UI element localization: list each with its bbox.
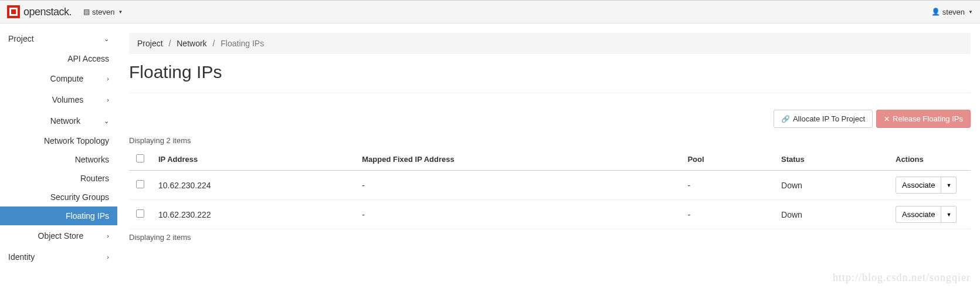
sidebar-item-network-topology[interactable]: Network Topology xyxy=(0,131,117,150)
associate-button[interactable]: Associate xyxy=(896,206,941,223)
chevron-down-icon: ▼ xyxy=(946,182,951,188)
breadcrumb-separator: / xyxy=(168,39,171,48)
sidebar-item-label: Volumes xyxy=(8,95,83,104)
project-selector[interactable]: ▤ steven ▼ xyxy=(83,8,123,16)
sidebar: Project ⌄ API Access Compute › Volumes ›… xyxy=(0,23,117,267)
header-pool[interactable]: Pool xyxy=(680,148,774,171)
header-ip[interactable]: IP Address xyxy=(151,148,355,171)
brand-logo[interactable]: openstack. xyxy=(7,5,72,18)
chevron-right-icon: › xyxy=(107,75,109,82)
row-action-split-button: Associate ▼ xyxy=(896,177,957,194)
chevron-down-icon: ▼ xyxy=(946,212,951,218)
allocate-ip-button[interactable]: 🔗 Allocate IP To Project xyxy=(774,110,873,128)
header-status[interactable]: Status xyxy=(774,148,889,171)
sidebar-item-volumes[interactable]: Volumes › xyxy=(0,89,117,110)
sidebar-item-api-access[interactable]: API Access xyxy=(0,49,117,68)
cell-pool: - xyxy=(680,171,774,200)
sidebar-item-compute[interactable]: Compute › xyxy=(0,68,117,89)
chevron-down-icon: ▼ xyxy=(968,9,973,15)
row-action-split-button: Associate ▼ xyxy=(896,206,957,223)
project-selector-label: steven xyxy=(92,8,114,16)
header-mapped[interactable]: Mapped Fixed IP Address xyxy=(355,148,680,171)
associate-button[interactable]: Associate xyxy=(896,177,941,194)
chevron-right-icon: › xyxy=(107,232,109,239)
header-actions: Actions xyxy=(889,148,971,171)
page-title: Floating IPs xyxy=(129,62,971,82)
sidebar-item-identity[interactable]: Identity › xyxy=(0,246,117,267)
cell-ip: 10.62.230.224 xyxy=(151,171,355,200)
cell-mapped: - xyxy=(355,171,680,200)
select-all-checkbox[interactable] xyxy=(136,154,144,162)
chevron-down-icon: ⌄ xyxy=(104,117,109,125)
cell-ip: 10.62.230.222 xyxy=(151,200,355,229)
topbar: openstack. ▤ steven ▼ 👤 steven ▼ xyxy=(0,0,980,23)
chevron-down-icon: ▼ xyxy=(118,9,123,15)
sidebar-item-label: Security Groups xyxy=(50,192,109,202)
sidebar-item-object-store[interactable]: Object Store › xyxy=(0,225,117,246)
sidebar-item-network[interactable]: Network ⌄ xyxy=(0,110,117,131)
project-icon: ▤ xyxy=(83,8,90,16)
chevron-right-icon: › xyxy=(107,96,109,103)
topbar-left: openstack. ▤ steven ▼ xyxy=(7,5,123,18)
user-menu-label: steven xyxy=(942,8,965,16)
divider xyxy=(129,93,971,93)
cell-pool: - xyxy=(680,200,774,229)
sidebar-item-floating-ips[interactable]: Floating IPs xyxy=(0,206,117,225)
breadcrumb-current: Floating IPs xyxy=(221,39,264,48)
link-icon: 🔗 xyxy=(781,115,790,123)
cell-mapped: - xyxy=(355,200,680,229)
sidebar-item-label: Network xyxy=(8,116,80,126)
display-count-top: Displaying 2 items xyxy=(129,136,971,145)
user-icon: 👤 xyxy=(931,8,940,16)
user-menu[interactable]: 👤 steven ▼ xyxy=(931,8,973,16)
openstack-logo-icon xyxy=(7,5,20,18)
chevron-right-icon: › xyxy=(107,253,109,260)
sidebar-item-label: Routers xyxy=(80,174,109,183)
display-count-bottom: Displaying 2 items xyxy=(129,233,971,242)
content: Project / Network / Floating IPs Floatin… xyxy=(117,23,980,267)
cell-status: Down xyxy=(774,200,889,229)
sidebar-item-label: Network Topology xyxy=(44,136,109,145)
chevron-down-icon: ⌄ xyxy=(104,35,109,43)
release-ips-button[interactable]: ✕ Release Floating IPs xyxy=(876,110,971,128)
breadcrumb-item[interactable]: Project xyxy=(137,39,163,48)
header-checkbox-cell xyxy=(129,148,151,171)
sidebar-item-label: Floating IPs xyxy=(66,211,109,221)
sidebar-item-label: Compute xyxy=(8,74,83,83)
row-action-dropdown[interactable]: ▼ xyxy=(941,177,957,194)
cell-status: Down xyxy=(774,171,889,200)
brand-text: openstack. xyxy=(23,6,72,18)
table-row: 10.62.230.222 - - Down Associate ▼ xyxy=(129,200,971,229)
main-wrap: Project ⌄ API Access Compute › Volumes ›… xyxy=(0,23,980,267)
sidebar-item-label: API Access xyxy=(67,54,109,63)
row-checkbox[interactable] xyxy=(136,209,144,218)
action-row: 🔗 Allocate IP To Project ✕ Release Float… xyxy=(129,110,971,128)
button-label: Release Floating IPs xyxy=(893,114,963,123)
sidebar-item-label: Networks xyxy=(75,155,109,164)
sidebar-item-networks[interactable]: Networks xyxy=(0,150,117,169)
row-checkbox[interactable] xyxy=(136,180,144,188)
sidebar-item-project[interactable]: Project ⌄ xyxy=(0,28,117,49)
sidebar-item-label: Identity xyxy=(8,252,35,262)
table-header-row: IP Address Mapped Fixed IP Address Pool … xyxy=(129,148,971,171)
unlink-icon: ✕ xyxy=(884,115,890,123)
sidebar-item-security-groups[interactable]: Security Groups xyxy=(0,188,117,206)
sidebar-item-label: Object Store xyxy=(8,231,83,241)
sidebar-item-routers[interactable]: Routers xyxy=(0,169,117,188)
table-row: 10.62.230.224 - - Down Associate ▼ xyxy=(129,171,971,200)
row-action-dropdown[interactable]: ▼ xyxy=(941,206,957,223)
breadcrumb: Project / Network / Floating IPs xyxy=(129,33,971,54)
breadcrumb-item[interactable]: Network xyxy=(177,39,206,48)
button-label: Allocate IP To Project xyxy=(793,114,865,123)
breadcrumb-separator: / xyxy=(213,39,215,48)
sidebar-item-label: Project xyxy=(8,34,34,43)
floating-ips-table: IP Address Mapped Fixed IP Address Pool … xyxy=(129,148,971,229)
